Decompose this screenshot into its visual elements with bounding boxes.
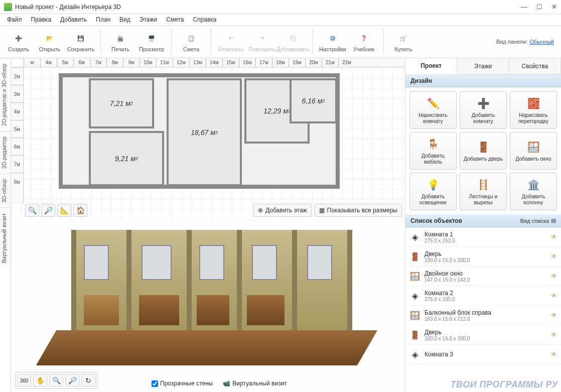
menu-смета[interactable]: Смета [162,15,188,24]
menu-план[interactable]: План [92,15,114,24]
zoom-in-button[interactable]: 🔎 [41,204,55,217]
open-button[interactable]: 📂Открыть [34,27,65,57]
menu-файл[interactable]: Файл [3,15,26,24]
object-row[interactable]: ◈Комната 3👁 [405,345,561,364]
estimate-icon: 📋 [184,31,198,45]
object-icon: 🚪 [409,328,420,341]
settings-icon: ⚙️ [326,31,340,45]
vertical-tab-2[interactable]: 3D-обзор [0,174,11,208]
draw-room-icon: ✏️ [427,97,440,110]
zoom-out-button[interactable]: 🔍 [25,204,39,217]
estimate-button[interactable]: 📋Смета [176,27,207,57]
object-icon: ◈ [409,230,420,243]
redo-button: ↷Повторить [246,27,277,57]
room[interactable]: 7,21 м2 [89,78,154,128]
object-icon: ◈ [409,289,420,302]
visibility-icon[interactable]: 👁 [551,351,557,358]
help-button[interactable]: ❓Учебник [348,27,379,57]
object-row[interactable]: ◈Комната 2275.0 x 335.0👁 [405,286,561,306]
close-button[interactable]: ✕ [551,3,557,11]
vertical-tab-1[interactable]: 2D-редактор [0,131,11,174]
list-view-icon[interactable]: ▤ [551,217,556,224]
draw-partition-icon: 🧱 [527,97,540,110]
add-door-button[interactable]: 🚪Добавить дверь [460,132,507,170]
panel-mode-link[interactable]: Обычный [529,39,554,45]
visibility-icon[interactable]: 👁 [551,312,557,319]
add-room-button[interactable]: ➕Добавить комнату [460,91,507,129]
add-window-button[interactable]: 🪟Добавить окно [510,132,557,170]
visibility-icon[interactable]: 👁 [551,331,557,338]
room[interactable]: 6,16 м2 [290,78,337,123]
stairs-button[interactable]: 🪜Лестницы и вырезы [460,173,507,210]
duplicate-button: ⿻Дублировать [277,27,309,57]
preview-icon: 🖥️ [145,31,159,45]
show-dimensions-button[interactable]: ▦Показывать все размеры [315,204,402,217]
object-row[interactable]: 🚪Дверь100.0 x 15.0 x 200.0👁 [405,325,561,345]
house-3d [41,225,372,370]
vertical-tab-3[interactable]: Виртуальный визит [0,208,11,269]
object-row[interactable]: ◈Комната 1275.0 x 262.0👁 [405,227,561,247]
titlebar: Новый проект - Дизайн Интерьера 3D — ☐ ✕ [0,0,561,14]
room[interactable]: 9,21 м2 [89,131,164,186]
virtual-visit-checkbox[interactable]: 📹Виртуальный визит [223,380,287,387]
menu-вид[interactable]: Вид [115,15,134,24]
object-row[interactable]: 🚪Дверь100.0 x 15.0 x 200.0👁 [405,247,561,267]
add-column-button[interactable]: 🏛️Добавить колонну [510,173,557,210]
menu-правка[interactable]: Правка [27,15,56,24]
draw-room-button[interactable]: ✏️Нарисовать комнату [409,91,457,129]
visibility-icon[interactable]: 👁 [551,292,557,299]
visibility-icon[interactable]: 👁 [551,273,557,280]
rotate-360-button[interactable]: 360 [17,374,31,387]
object-icon: ◈ [409,348,420,361]
home-button[interactable]: 🏠 [73,204,87,217]
design-section-header: Дизайн [405,74,561,87]
right-panel: ПроектЭтажиСвойства Дизайн ✏️Нарисовать … [405,58,561,392]
measure-button[interactable]: 📐 [57,204,71,217]
add-window-icon: 🪟 [527,141,540,154]
draw-partition-button[interactable]: 🧱Нарисовать перегородку [510,91,557,129]
panel-tab-этажи[interactable]: Этажи [457,58,509,74]
canvas-2d[interactable]: м4м5м6м7м8м9м10м11м12м13м14м15м16м17м18м… [11,58,405,219]
settings-button[interactable]: ⚙️Настройки [317,27,348,57]
buy-button[interactable]: 🛒Купить [388,27,419,57]
zoom-in-3d-button[interactable]: 🔎 [65,374,79,387]
object-icon: 🪟 [409,270,420,283]
transparent-walls-checkbox[interactable]: Прозрачные стены [152,380,213,387]
zoom-out-3d-button[interactable]: 🔍 [49,374,63,387]
workarea: м4м5м6м7м8м9м10м11м12м13м14м15м16м17м18м… [11,58,405,392]
room[interactable]: 18,67 м2 [167,78,242,186]
menu-этажи[interactable]: Этажи [135,15,161,24]
app-icon [4,3,12,11]
visibility-icon[interactable]: 👁 [551,233,557,240]
preview-button[interactable]: 🖥️Просмотр [136,27,167,57]
object-row[interactable]: 🪟Двойное окно147.0 x 15.0 x 142.0👁 [405,267,561,286]
new-button[interactable]: ➕Создать [3,27,34,57]
main-toolbar: ➕Создать📂Открыть💾Сохранить🖨️Печать🖥️Прос… [0,25,561,58]
menu-добавить[interactable]: Добавить [56,15,91,24]
vertical-tab-0[interactable]: 2D-редактор и 3D-обзор [0,58,11,131]
add-furniture-button[interactable]: 🪑Добавить мебель [409,132,457,170]
panel-tab-свойства[interactable]: Свойства [509,58,561,74]
view-list-label[interactable]: Вид списка [520,218,549,224]
print-button[interactable]: 🖨️Печать [105,27,136,57]
panel-mode-label: Вид панели: [496,39,527,45]
menu-справка[interactable]: Справка [189,15,220,24]
canvas-3d[interactable]: 360 ✋ 🔍 🔎 ↻ Прозрачные стены 📹Виртуальны… [11,219,405,392]
minimize-button[interactable]: — [521,3,527,11]
refresh-3d-button[interactable]: ↻ [81,374,95,387]
help-icon: ❓ [357,31,371,45]
object-row[interactable]: 🪟Балконный блок справа183.0 x 15.0 x 212… [405,306,561,325]
floorplan[interactable]: 7,21 м29,21 м218,67 м212,29 м26,16 м2 [59,73,340,199]
ruler-horizontal: м4м5м6м7м8м9м10м11м12м13м14м15м16м17м18м… [24,58,405,67]
object-icon: 🚪 [409,250,420,263]
add-light-button[interactable]: 💡Добавить освещение [409,173,457,210]
maximize-button[interactable]: ☐ [536,3,542,11]
visibility-icon[interactable]: 👁 [551,253,557,260]
buy-icon: 🛒 [396,31,410,45]
duplicate-icon: ⿻ [286,31,300,45]
objects-section-header: Список объектов Вид списка▤ [405,214,561,227]
add-floor-button[interactable]: ⊕Добавить этаж [253,204,311,217]
panel-tab-проект[interactable]: Проект [405,58,457,74]
pan-button[interactable]: ✋ [33,374,47,387]
save-button[interactable]: 💾Сохранить [65,27,96,57]
